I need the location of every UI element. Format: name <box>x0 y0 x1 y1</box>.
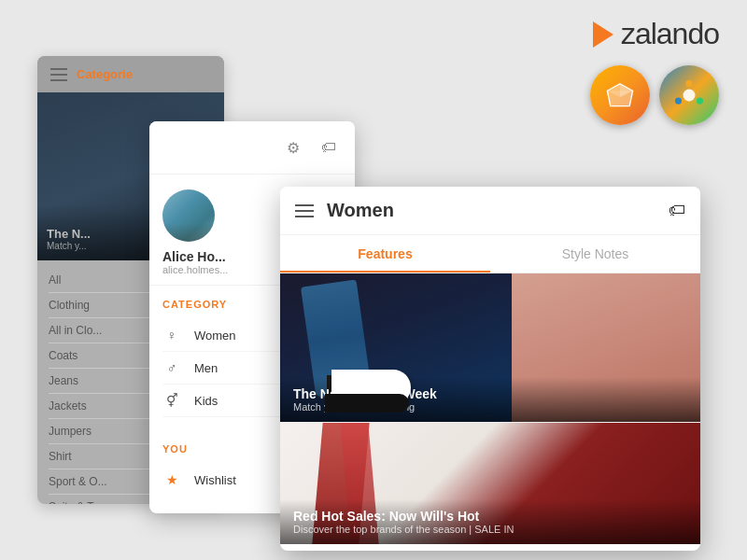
tab-features-label: Features <box>358 246 412 261</box>
left-card-header: Categorie <box>37 56 224 92</box>
main-card-header: Women 🏷 <box>280 187 700 235</box>
tab-style-notes[interactable]: Style Notes <box>490 235 700 273</box>
shoe-sole <box>325 394 409 413</box>
main-card: Women 🏷 Features Style Notes The News Of… <box>280 187 700 551</box>
category-women-label: Women <box>194 329 236 343</box>
tool-icons-area <box>590 65 719 125</box>
kids-icon: ⚥ <box>162 393 181 408</box>
craft-icon[interactable] <box>659 65 719 125</box>
red-hot-title: Red Hot Sales: Now Will's Hot <box>293 509 687 524</box>
hamburger-icon[interactable] <box>50 68 67 81</box>
tab-features[interactable]: Features <box>280 235 490 273</box>
zalando-logo: zalando <box>593 17 719 51</box>
news-card[interactable]: The News Of The Week Match you ready for… <box>280 273 700 423</box>
red-hot-overlay: Red Hot Sales: Now Will's Hot Discover t… <box>280 499 700 544</box>
svg-point-4 <box>684 90 696 102</box>
left-card-image-text: The N... Match y... <box>47 227 91 251</box>
svg-point-7 <box>675 98 682 105</box>
logo-area: zalando <box>593 17 719 51</box>
middle-card-header: ⚙ 🏷 <box>149 121 355 175</box>
wishlist-label: Wishlist <box>194 473 236 487</box>
red-hot-card[interactable]: Red Hot Sales: Now Will's Hot Discover t… <box>280 423 700 544</box>
category-men-label: Men <box>194 361 218 375</box>
left-img-subtitle: Match y... <box>47 241 91 251</box>
woman-icon: ♀ <box>162 328 181 343</box>
svg-marker-3 <box>607 91 632 105</box>
main-card-title: Women <box>327 200 655 221</box>
zalando-triangle-icon <box>593 21 613 48</box>
tabs-bar: Features Style Notes <box>280 235 700 273</box>
content-area: The News Of The Week Match you ready for… <box>280 273 700 544</box>
avatar <box>162 189 215 242</box>
gear-icon[interactable]: ⚙ <box>280 134 306 161</box>
main-hamburger-icon[interactable] <box>295 204 314 217</box>
tag-icon[interactable]: 🏷 <box>316 134 342 161</box>
brand-name: zalando <box>621 17 719 51</box>
sketch-icon[interactable] <box>590 65 650 125</box>
svg-point-6 <box>697 98 703 105</box>
man-icon: ♂ <box>162 360 181 375</box>
star-icon: ★ <box>162 472 181 487</box>
category-kids-label: Kids <box>194 394 218 408</box>
red-hot-subtitle: Discover the top brands of the season | … <box>293 524 687 535</box>
left-img-title: The N... <box>47 227 91 241</box>
svg-point-5 <box>685 80 692 87</box>
tab-style-notes-label: Style Notes <box>562 246 629 261</box>
left-card-title: Categorie <box>77 67 133 81</box>
bookmark-icon[interactable]: 🏷 <box>669 201 685 220</box>
